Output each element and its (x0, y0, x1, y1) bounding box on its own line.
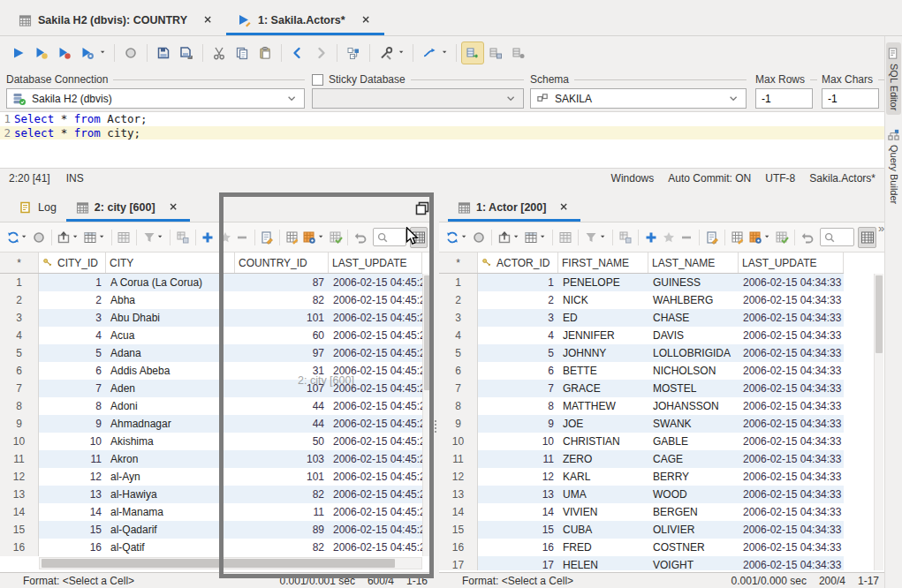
cell[interactable]: CHASE (648, 309, 739, 327)
calc-button[interactable] (557, 227, 574, 248)
sql-editor[interactable]: 1Select * from Actor;2select * from city… (0, 111, 884, 168)
calc-button[interactable] (116, 227, 133, 248)
filter-button[interactable] (140, 227, 157, 248)
cell[interactable]: al-Manama (106, 503, 235, 521)
cell[interactable]: JOHANSSON (648, 397, 739, 415)
cell[interactable]: 2006-02-15 04:45:25 (329, 486, 422, 503)
cell[interactable]: 2006-02-15 04:45:25 (329, 309, 422, 327)
caret-button[interactable] (157, 227, 166, 248)
cell[interactable]: 2006-02-15 04:45:25 (329, 539, 422, 556)
cell[interactable]: 2006-02-15 04:34:33 (739, 380, 844, 397)
cell[interactable]: 14 (478, 503, 558, 521)
run-mark-red-button[interactable] (53, 41, 76, 64)
cell[interactable]: 2006-02-15 04:45:25 (329, 433, 422, 450)
cell[interactable]: Akron (106, 450, 235, 468)
cell[interactable]: 2006-02-15 04:34:33 (739, 415, 844, 433)
max-rows-input[interactable] (755, 88, 813, 109)
cell[interactable]: 11 (478, 450, 558, 468)
cell[interactable]: ZERO (558, 450, 648, 468)
cell[interactable]: 15 (478, 521, 558, 539)
row-number[interactable]: 11 (439, 450, 478, 468)
cell[interactable]: 1 (39, 274, 106, 291)
cell[interactable]: WAHLBERG (648, 291, 739, 309)
table-row[interactable]: 22Abha822006-02-15 04:45:25 (0, 291, 422, 309)
cell[interactable]: al-Hawiya (106, 486, 235, 503)
cell[interactable]: 2006-02-15 04:34:33 (739, 486, 844, 503)
cell[interactable]: VOIGHT (648, 556, 739, 570)
star-button[interactable] (660, 227, 678, 248)
table-row[interactable]: 1515al-Qadarif892006-02-15 04:45:25 (0, 521, 422, 539)
sticky-database-select[interactable] (312, 88, 524, 109)
table-row[interactable]: 44JENNIFERDAVIS2006-02-15 04:34:33 (439, 327, 844, 344)
grid-check-button[interactable] (773, 227, 791, 248)
table-row[interactable]: 1212al-Ayn1012006-02-15 04:45:25 (0, 468, 422, 486)
cell[interactable]: Ahmadnagar (106, 415, 235, 433)
table-row[interactable]: 11PENELOPEGUINESS2006-02-15 04:34:33 (439, 274, 844, 291)
table-row[interactable]: 99JOESWANK2006-02-15 04:34:33 (439, 415, 844, 433)
cell[interactable]: 4 (39, 327, 106, 344)
cell[interactable]: 11 (235, 503, 329, 521)
cell[interactable]: 2006-02-15 04:34:33 (739, 468, 844, 486)
row-number[interactable]: 11 (0, 450, 39, 468)
cell[interactable]: al-Qadarif (106, 521, 235, 539)
refresh-button[interactable] (443, 227, 461, 248)
cell[interactable]: 9 (478, 415, 558, 433)
table-row[interactable]: 1111Akron1032006-02-15 04:45:25 (0, 450, 422, 468)
row-number[interactable]: 8 (439, 397, 478, 415)
column-header[interactable]: CITY_ID (39, 253, 106, 273)
caret-button[interactable] (72, 227, 81, 248)
table-row[interactable]: 77GRACEMOSTEL2006-02-15 04:34:33 (439, 380, 844, 397)
table-row[interactable]: 1111ZEROCAGE2006-02-15 04:34:33 (439, 450, 844, 468)
cell[interactable]: 7 (39, 380, 106, 397)
table-row[interactable]: 1010Akishima502006-02-15 04:45:25 (0, 433, 422, 450)
cell[interactable]: Akishima (106, 433, 235, 450)
schema-select[interactable]: SAKILA (530, 88, 747, 109)
tab-sakila-actors[interactable]: 1: Sakila.Actors* (226, 5, 384, 35)
cell[interactable]: 13 (39, 486, 106, 503)
save-button[interactable] (152, 41, 175, 64)
cell[interactable]: 8 (478, 397, 558, 415)
cell[interactable]: MATTHEW (558, 397, 648, 415)
table-row[interactable]: 22NICKWAHLBERG2006-02-15 04:34:33 (439, 291, 844, 309)
row-number[interactable]: 10 (0, 433, 39, 450)
cell[interactable]: MOSTEL (648, 380, 739, 397)
column-header[interactable]: FIRST_NAME (558, 253, 648, 273)
cell[interactable]: 2006-02-15 04:45:25 (329, 362, 422, 380)
cell[interactable]: OLIVIER (648, 521, 739, 539)
column-header[interactable]: * (439, 253, 478, 273)
column-header[interactable]: LAST_NAME (648, 253, 739, 273)
scrollbar-thumb[interactable] (424, 275, 432, 390)
cell[interactable]: 1 (478, 274, 558, 291)
dock-tab-query-builder[interactable]: Query Builder (886, 124, 901, 208)
column-header[interactable]: CITY (106, 253, 235, 273)
cell[interactable]: ED (558, 309, 648, 327)
save-grid-button[interactable] (174, 227, 191, 248)
cell[interactable]: 2006-02-15 04:45:25 (329, 344, 422, 362)
cell[interactable]: 82 (235, 291, 329, 309)
cell[interactable]: 82 (235, 539, 329, 556)
row-number[interactable]: 15 (439, 521, 478, 539)
table-row[interactable]: 55Adana972006-02-15 04:45:25 (0, 344, 422, 362)
table-row[interactable]: 33Abu Dhabi1012006-02-15 04:45:25 (0, 309, 422, 327)
cell[interactable]: 2006-02-15 04:34:33 (739, 397, 844, 415)
cell[interactable]: 2 (39, 291, 106, 309)
cell[interactable]: 107 (235, 380, 329, 397)
toolbar-overflow-icon[interactable]: » (878, 222, 884, 235)
bind-variables-button[interactable] (342, 41, 365, 64)
cell[interactable]: 2006-02-15 04:34:33 (739, 274, 844, 291)
cell[interactable]: 2006-02-15 04:45:25 (329, 503, 422, 521)
save-as-button[interactable] (175, 41, 198, 64)
cell[interactable]: 9 (39, 415, 106, 433)
table-row[interactable]: 66Addis Abeba312006-02-15 04:45:25 (0, 362, 422, 380)
cell[interactable]: 15 (39, 521, 106, 539)
cell[interactable]: 5 (39, 344, 106, 362)
row-number[interactable]: 7 (439, 380, 478, 397)
table-row[interactable]: 1414al-Manama112006-02-15 04:45:25 (0, 503, 422, 521)
cell[interactable]: UMA (558, 486, 648, 503)
plus-button[interactable] (642, 227, 660, 248)
close-icon[interactable] (360, 14, 373, 26)
close-icon[interactable] (558, 201, 571, 214)
max-chars-input[interactable] (822, 88, 879, 109)
record-button[interactable] (470, 227, 488, 248)
cell[interactable]: JOHNNY (558, 344, 648, 362)
